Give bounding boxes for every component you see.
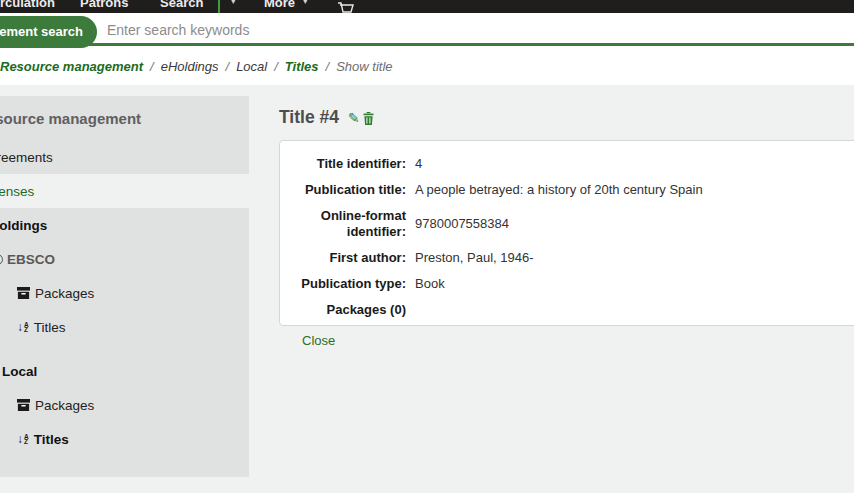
field-value: 9780007558384 bbox=[406, 216, 509, 232]
field-label: First author: bbox=[294, 250, 406, 266]
field-label: Publication title: bbox=[294, 182, 406, 198]
field-row-title-identifier: Title identifier: 4 bbox=[294, 156, 854, 172]
sidebar-resource-management: Resource management Agreements Licenses … bbox=[0, 96, 249, 477]
sidebar-item-label: eHoldings bbox=[0, 218, 47, 233]
nav-item-patrons[interactable]: Patrons bbox=[80, 0, 128, 12]
nav-active-divider bbox=[218, 0, 220, 13]
field-value: Preston, Paul, 1946- bbox=[406, 250, 534, 266]
breadcrumb-separator: / bbox=[274, 59, 278, 74]
cart-icon[interactable] bbox=[337, 1, 355, 13]
sidebar-item-local[interactable]: Local bbox=[0, 354, 249, 388]
field-row-publication-title: Publication title: A people betrayed: a … bbox=[294, 182, 854, 198]
breadcrumb-local: Local bbox=[236, 59, 267, 74]
breadcrumb-separator: / bbox=[150, 59, 154, 74]
sidebar-item-licenses[interactable]: Licenses bbox=[0, 174, 249, 208]
globe-icon bbox=[0, 254, 3, 265]
field-label: Packages (0) bbox=[294, 302, 406, 318]
breadcrumb-bar: Resource management / eHoldings / Local … bbox=[0, 46, 854, 85]
sidebar-item-ebsco-titles[interactable]: ↓ AZ Titles bbox=[0, 310, 249, 344]
breadcrumb-titles[interactable]: Titles bbox=[285, 59, 319, 74]
breadcrumb-separator: / bbox=[226, 59, 230, 74]
sidebar-item-label: Local bbox=[2, 364, 37, 379]
sidebar-item-agreements[interactable]: Agreements bbox=[0, 140, 249, 174]
close-link[interactable]: Close bbox=[302, 333, 335, 348]
edit-pencil-icon[interactable]: ✎ bbox=[348, 111, 360, 125]
sort-alpha-icon: ↓ AZ bbox=[17, 433, 29, 445]
title-detail-panel: Title identifier: 4 Publication title: A… bbox=[279, 140, 854, 326]
sidebar-item-label: Packages bbox=[35, 398, 94, 413]
sidebar-item-label: EBSCO bbox=[7, 252, 55, 267]
agreement-search-button[interactable]: Agreement search bbox=[0, 16, 97, 48]
field-value: Book bbox=[406, 276, 445, 292]
breadcrumb: Resource management / eHoldings / Local … bbox=[0, 59, 393, 74]
delete-trash-icon[interactable] bbox=[363, 111, 374, 124]
field-row-online-format-identifier: Online-format identifier: 9780007558384 bbox=[294, 208, 854, 240]
sidebar-item-label: Packages bbox=[35, 286, 94, 301]
sidebar-item-label: Agreements bbox=[0, 150, 53, 165]
page-title: Title #4 bbox=[279, 107, 339, 128]
chevron-down-icon[interactable]: ▾ bbox=[303, 0, 308, 6]
search-input[interactable] bbox=[107, 18, 527, 42]
top-nav-bar: Circulation Patrons Search ▾ More ▾ bbox=[0, 0, 854, 13]
breadcrumb-eholdings: eHoldings bbox=[161, 59, 219, 74]
sidebar-item-label: Titles bbox=[34, 320, 66, 335]
sidebar-item-eholdings[interactable]: eHoldings bbox=[0, 208, 249, 242]
chevron-down-icon[interactable]: ▾ bbox=[231, 0, 236, 6]
title-heading-row: Title #4 ✎ bbox=[279, 107, 374, 128]
sidebar-item-label: Licenses bbox=[0, 184, 34, 199]
breadcrumb-separator: / bbox=[326, 59, 330, 74]
field-row-first-author: First author: Preston, Paul, 1946- bbox=[294, 250, 854, 266]
sidebar-item-ebsco[interactable]: EBSCO bbox=[0, 242, 249, 276]
nav-item-more[interactable]: More bbox=[264, 0, 295, 12]
field-value: 4 bbox=[406, 156, 422, 172]
nav-item-circulation[interactable]: Circulation bbox=[0, 0, 55, 12]
field-label: Title identifier: bbox=[294, 156, 406, 172]
sidebar-item-local-titles[interactable]: ↓ AZ Titles bbox=[0, 422, 249, 456]
field-row-packages: Packages (0) bbox=[294, 302, 854, 318]
field-label: Online-format identifier: bbox=[294, 208, 406, 240]
breadcrumb-show-title: Show title bbox=[336, 59, 392, 74]
field-value: A people betrayed: a history of 20th cen… bbox=[406, 182, 703, 198]
field-label: Publication type: bbox=[294, 276, 406, 292]
sort-alpha-icon: ↓ AZ bbox=[17, 321, 29, 333]
sidebar-item-local-packages[interactable]: Packages bbox=[0, 388, 249, 422]
sidebar-item-label: Titles bbox=[34, 432, 69, 447]
breadcrumb-resource-management[interactable]: Resource management bbox=[0, 59, 143, 74]
nav-item-search[interactable]: Search bbox=[160, 0, 203, 12]
field-row-publication-type: Publication type: Book bbox=[294, 276, 854, 292]
archive-box-icon bbox=[17, 287, 30, 299]
search-band: Agreement search bbox=[0, 13, 854, 46]
archive-box-icon bbox=[17, 399, 30, 411]
sidebar-item-ebsco-packages[interactable]: Packages bbox=[0, 276, 249, 310]
sidebar-header: Resource management bbox=[0, 110, 141, 127]
